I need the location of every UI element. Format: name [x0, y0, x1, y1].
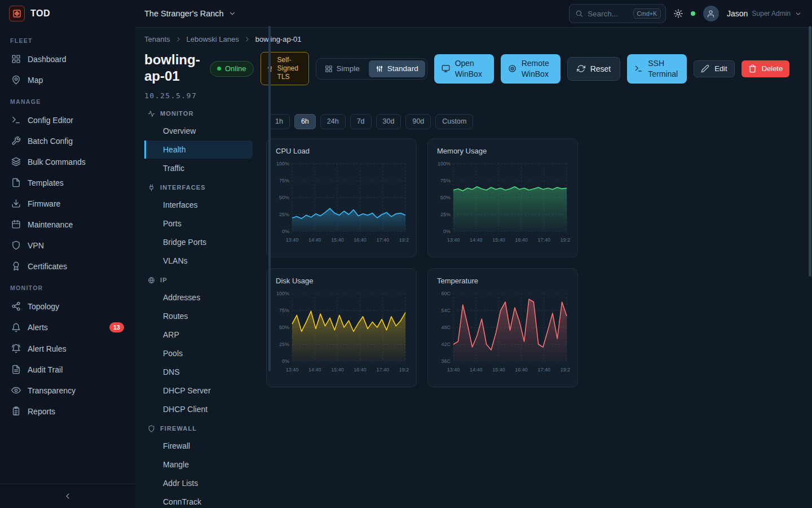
breadcrumb: Tenants Lebowski Lanes bowling-ap-01 — [144, 35, 798, 43]
edit-button[interactable]: Edit — [694, 60, 734, 77]
theme-toggle-sun-icon[interactable] — [674, 9, 683, 18]
alerts-count-badge: 13 — [109, 322, 124, 332]
mode-simple-button[interactable]: Simple — [318, 60, 367, 77]
delete-button[interactable]: Delete — [742, 60, 790, 77]
reset-button[interactable]: Reset — [567, 57, 621, 81]
sidebar-item-audit-trail[interactable]: Audit Trail — [7, 359, 129, 380]
globe-icon — [148, 277, 155, 284]
svg-text:100%: 100% — [276, 291, 289, 296]
topbar-right: Search... Cmd+K Jason Super Admin — [569, 4, 802, 23]
user-menu[interactable]: Jason Super Admin — [727, 9, 802, 18]
time-range-30d[interactable]: 30d — [376, 114, 401, 129]
chart-card-disk-usage: Disk Usage 13:4014:4015:4016:4017:4019:2… — [266, 268, 417, 387]
shield-icon — [148, 425, 155, 432]
sidebar-item-batch-config[interactable]: Batch Config — [7, 130, 129, 151]
remote-winbox-button[interactable]: Remote WinBox — [501, 54, 561, 84]
sidebar-collapse-button[interactable] — [0, 484, 135, 508]
sidebar-item-topology[interactable]: Topology — [7, 296, 129, 317]
sidebar-item-transparency[interactable]: Transparency — [7, 380, 129, 401]
mode-standard-button[interactable]: Standard — [369, 60, 425, 77]
sidebar-item-alerts[interactable]: Alerts 13 — [7, 317, 129, 338]
time-range-custom[interactable]: Custom — [435, 114, 473, 129]
subnav-section-label: IP — [160, 277, 167, 283]
subnav-item-overview[interactable]: Overview — [144, 122, 253, 140]
svg-text:25%: 25% — [279, 212, 289, 217]
sidebar-item-firmware[interactable]: Firmware — [7, 193, 129, 214]
subnav-item-pools[interactable]: Pools — [144, 344, 253, 362]
time-range-24h[interactable]: 24h — [320, 114, 346, 129]
svg-text:0%: 0% — [443, 229, 451, 234]
terminal-icon — [634, 64, 643, 73]
time-range-90d[interactable]: 90d — [405, 114, 431, 129]
svg-text:36C: 36C — [441, 358, 451, 364]
calendar-icon — [11, 220, 21, 229]
subnav-item-arp[interactable]: ARP — [144, 326, 253, 344]
subnav-item-addr-lists[interactable]: Addr Lists — [144, 474, 253, 492]
sidebar-item-alert-rules[interactable]: Alert Rules — [7, 338, 129, 359]
svg-text:17:40: 17:40 — [377, 237, 390, 243]
sidebar-item-label: Topology — [28, 302, 59, 311]
main-scrollbar[interactable] — [809, 26, 811, 277]
subnav-item-interfaces[interactable]: Interfaces — [144, 196, 253, 214]
sidebar-item-dashboard[interactable]: Dashboard — [7, 49, 129, 69]
ssh-terminal-button[interactable]: SSH Terminal — [627, 54, 687, 84]
svg-text:25%: 25% — [279, 341, 289, 347]
sidebar-item-maintenance[interactable]: Maintenance — [7, 214, 129, 235]
grid-icon — [11, 54, 21, 64]
svg-text:14:40: 14:40 — [470, 367, 483, 373]
subnav-item-dhcp-client[interactable]: DHCP Client — [144, 400, 253, 418]
sidebar-item-certificates[interactable]: Certificates — [7, 256, 129, 277]
open-winbox-button[interactable]: Open WinBox — [434, 54, 494, 84]
subnav-item-health[interactable]: Health — [144, 141, 253, 159]
subnav-item-vlans[interactable]: VLANs — [144, 252, 253, 270]
sidebar-item-label: Certificates — [28, 262, 67, 271]
subnav-item-conntrack[interactable]: ConnTrack — [144, 493, 253, 508]
breadcrumb-tenant[interactable]: Lebowski Lanes — [187, 35, 239, 43]
subnav-item-ports[interactable]: Ports — [144, 214, 253, 233]
subnav-item-dhcp-server[interactable]: DHCP Server — [144, 382, 253, 400]
user-icon — [707, 10, 715, 18]
time-range-7d[interactable]: 7d — [350, 114, 372, 129]
subnav-item-firewall[interactable]: Firewall — [144, 437, 253, 455]
subnav-item-traffic[interactable]: Traffic — [144, 159, 253, 177]
breadcrumb-tenants[interactable]: Tenants — [144, 35, 170, 43]
sliders-icon — [376, 65, 383, 73]
sidebar-item-label: Config Editor — [28, 116, 73, 125]
sidebar-item-label: VPN — [28, 241, 44, 250]
target-icon — [508, 64, 517, 73]
subnav-item-mangle[interactable]: Mangle — [144, 456, 253, 474]
sidebar-scrollbar[interactable] — [268, 26, 271, 371]
file-icon — [11, 178, 21, 187]
time-range-6h[interactable]: 6h — [294, 114, 316, 129]
svg-text:54C: 54C — [441, 308, 451, 313]
search-input[interactable]: Search... Cmd+K — [569, 4, 666, 23]
sidebar-item-vpn[interactable]: VPN — [7, 235, 129, 256]
app-root: TOD FLEET Dashboard Map MANAGE Config Ed… — [0, 0, 812, 508]
layers-icon — [11, 157, 21, 167]
sidebar-item-map[interactable]: Map — [7, 69, 129, 90]
subnav-item-addresses[interactable]: Addresses — [144, 288, 253, 306]
avatar[interactable] — [703, 6, 719, 21]
svg-text:100%: 100% — [438, 161, 451, 167]
subnav-item-dns[interactable]: DNS — [144, 363, 253, 381]
svg-text:50%: 50% — [440, 195, 451, 200]
svg-text:16:40: 16:40 — [354, 367, 367, 373]
terminal-icon — [11, 115, 21, 125]
chart-card-memory-usage: Memory Usage 13:4014:4015:4016:4017:4019… — [427, 138, 578, 257]
time-range-1h[interactable]: 1h — [268, 114, 290, 129]
svg-text:75%: 75% — [440, 178, 451, 183]
app-logo: TOD — [0, 0, 135, 27]
mode-simple-label: Simple — [337, 64, 360, 73]
sidebar-item-templates[interactable]: Templates — [7, 172, 129, 193]
device-header: bowling-ap-01 10.25.5.97 Online Self-Sig… — [144, 52, 798, 100]
subnav-section-label: MONITOR — [160, 110, 193, 117]
subnav-item-routes[interactable]: Routes — [144, 307, 253, 325]
user-name: Jason — [727, 9, 748, 18]
subnav-interfaces-header: INTERFACES — [144, 178, 253, 195]
sidebar-item-reports[interactable]: Reports — [7, 401, 129, 422]
sidebar-item-bulk-commands[interactable]: Bulk Commands — [7, 151, 129, 172]
tenant-selector[interactable]: The Stranger's Ranch — [144, 9, 236, 18]
subnav-item-bridge-ports[interactable]: Bridge Ports — [144, 233, 253, 251]
sidebar-item-config-editor[interactable]: Config Editor — [7, 110, 129, 130]
svg-text:19:25: 19:25 — [561, 367, 570, 373]
